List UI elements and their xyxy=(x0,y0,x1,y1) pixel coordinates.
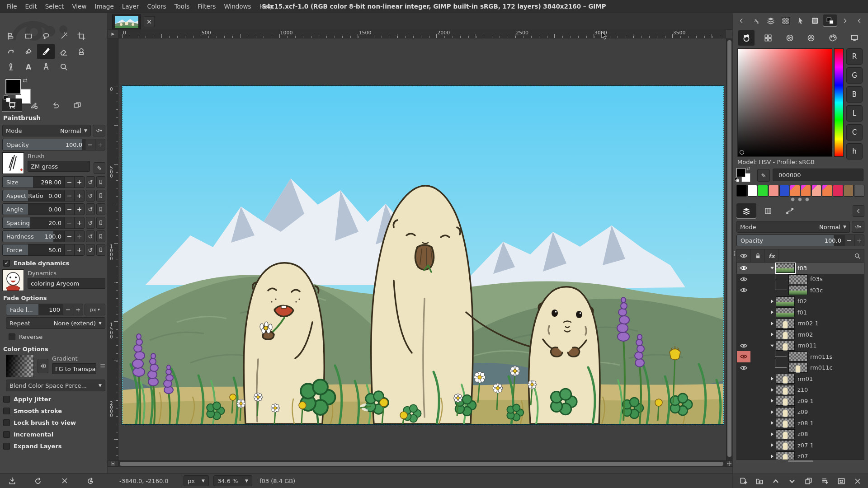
menu-filters[interactable]: Filters xyxy=(193,0,220,12)
layer-row-z09-1[interactable]: z09 1 xyxy=(737,395,864,407)
layer-expander-icon[interactable] xyxy=(769,454,776,459)
decrement-button[interactable]: − xyxy=(64,217,74,228)
layer-thumbnail[interactable] xyxy=(776,396,795,406)
layer-visibility-toggle[interactable] xyxy=(737,329,750,340)
menu-windows[interactable]: Windows xyxy=(220,0,255,12)
vertical-scrollbar[interactable] xyxy=(726,38,732,460)
checkbox[interactable] xyxy=(3,431,10,438)
fade-increment-button[interactable]: + xyxy=(73,304,83,315)
layer-row-z08[interactable]: z08 xyxy=(737,429,864,440)
tab-colors[interactable] xyxy=(823,14,837,27)
layer-name[interactable]: z09 1 xyxy=(797,398,814,404)
canvas-image[interactable] xyxy=(122,86,724,424)
layer-visibility-toggle[interactable] xyxy=(737,318,750,329)
tool-align[interactable] xyxy=(2,28,19,44)
tab-selection-editor[interactable] xyxy=(808,14,822,27)
tool-ink[interactable] xyxy=(2,59,19,75)
history-swatch-1[interactable] xyxy=(747,185,758,197)
layer-row-f01[interactable]: f01 xyxy=(737,307,864,318)
history-swatch-9[interactable] xyxy=(833,185,843,197)
layer-mode-dropdown[interactable]: Mode Normal ▼ xyxy=(736,221,850,233)
tool-crop[interactable] xyxy=(72,28,90,44)
history-swatch-6[interactable] xyxy=(801,185,811,197)
increment-button[interactable]: + xyxy=(74,177,84,188)
blend-color-space-dropdown[interactable]: Blend Color Space Perce... ▼ xyxy=(6,380,105,391)
history-swatch-4[interactable] xyxy=(779,185,790,197)
slider-hardness[interactable]: Hardness100.0−+ xyxy=(2,230,85,242)
layer-name[interactable]: f03s xyxy=(810,276,823,282)
tab-layers-stack[interactable] xyxy=(764,14,778,27)
swap-colors-icon[interactable]: ⇄ xyxy=(23,77,28,83)
layer-expander-icon[interactable] xyxy=(769,432,776,437)
layer-name[interactable]: z10 xyxy=(797,386,808,393)
layer-thumbnail[interactable] xyxy=(776,429,795,439)
layer-name[interactable]: z07 1 xyxy=(797,442,814,449)
zoom-dropdown[interactable]: 34.6 %▼ xyxy=(213,475,252,486)
layer-thumbnail[interactable] xyxy=(776,418,795,428)
layer-name[interactable]: z09 xyxy=(797,408,808,415)
menu-tools[interactable]: Tools xyxy=(170,0,193,12)
layer-name[interactable]: rm011c xyxy=(810,364,833,371)
quick-mask-toggle[interactable] xyxy=(108,460,118,467)
new-layer-button[interactable] xyxy=(736,475,750,487)
layer-thumbnail[interactable] xyxy=(776,307,795,317)
hex-color-field[interactable]: 000000 xyxy=(773,169,863,181)
layer-name[interactable]: rm011s xyxy=(810,353,832,360)
dock-tab-layers[interactable] xyxy=(736,203,756,219)
layer-thumbnail[interactable] xyxy=(776,440,795,450)
layer-expander-icon[interactable] xyxy=(769,321,776,326)
dock-tab-device-status[interactable] xyxy=(24,99,44,112)
layer-visibility-toggle[interactable] xyxy=(737,440,750,451)
reverse-row[interactable]: Reverse xyxy=(9,331,104,342)
scroll-right[interactable] xyxy=(838,14,852,27)
decrement-button[interactable]: − xyxy=(64,231,74,242)
gradient-reverse-button[interactable] xyxy=(38,359,48,373)
layer-name[interactable]: rm01 xyxy=(797,375,813,382)
layer-opacity-slider[interactable]: Opacity 100.0 − + xyxy=(736,235,864,246)
dock-handle[interactable]: •••• xyxy=(733,251,736,257)
increment-button[interactable]: + xyxy=(74,217,84,228)
slider-reset-button[interactable]: ↺ xyxy=(86,230,95,242)
history-swatch-2[interactable] xyxy=(758,185,768,197)
tool-bucket-fill[interactable] xyxy=(19,44,37,59)
ruler-menu-button[interactable]: ▶ xyxy=(108,29,118,38)
edit-color-button[interactable]: ✎ xyxy=(757,169,770,182)
color-tab-watercolor-selector[interactable] xyxy=(782,30,798,46)
repeat-dropdown[interactable]: Repeat None (extend) ▼ xyxy=(6,317,105,329)
toggle-expand-layers[interactable]: Expand Layers xyxy=(3,441,104,451)
layer-list-hscroll[interactable] xyxy=(736,460,864,463)
collapse-dock-button[interactable] xyxy=(853,205,864,217)
foreground-color-swatch[interactable] xyxy=(5,79,21,94)
foreground-mini-swatch[interactable] xyxy=(736,168,745,177)
delete-layer-button[interactable] xyxy=(851,475,864,487)
history-swatch-11[interactable] xyxy=(854,185,864,197)
layer-expander-icon[interactable] xyxy=(769,409,776,415)
checkbox[interactable] xyxy=(3,419,10,426)
layer-name[interactable]: z08 xyxy=(797,431,808,437)
layer-row-rm011s[interactable]: rm011s xyxy=(737,351,864,362)
layer-row-rm02[interactable]: rm02 xyxy=(737,329,864,340)
tool-free-select[interactable] xyxy=(37,28,55,44)
layer-name[interactable]: rm011 xyxy=(797,342,817,349)
save-tool-preset-button[interactable] xyxy=(8,477,16,485)
slider-reset-button[interactable]: ↺ xyxy=(86,203,95,215)
layer-row-rm011[interactable]: rm011 xyxy=(737,340,864,352)
layer-thumbnail[interactable] xyxy=(776,451,795,460)
merge-down-button[interactable] xyxy=(818,475,832,487)
opacity-increment-button[interactable]: + xyxy=(95,139,105,150)
fade-unit-dropdown[interactable]: px ▾ xyxy=(85,304,105,315)
saturation-value-square[interactable] xyxy=(737,48,832,157)
drag-handle-icon[interactable]: ☰ xyxy=(100,363,105,369)
layer-visibility-toggle[interactable] xyxy=(737,418,750,429)
toggle-lock-brush-to-view[interactable]: Lock brush to view xyxy=(3,417,104,428)
tool-clone[interactable] xyxy=(72,44,90,59)
slider-reset-button[interactable]: ↺ xyxy=(86,244,95,256)
layer-expander-icon[interactable] xyxy=(769,376,776,381)
horizontal-scrollbar-thumb[interactable] xyxy=(120,462,723,466)
visibility-column-icon[interactable] xyxy=(737,249,751,262)
menu-colors[interactable]: Colors xyxy=(143,0,170,12)
dock-tab-channels[interactable] xyxy=(758,203,778,219)
layer-expander-icon[interactable] xyxy=(769,398,776,404)
layer-visibility-toggle[interactable] xyxy=(737,362,750,374)
layer-row-rm02-1[interactable]: rm02 1 xyxy=(737,318,864,329)
